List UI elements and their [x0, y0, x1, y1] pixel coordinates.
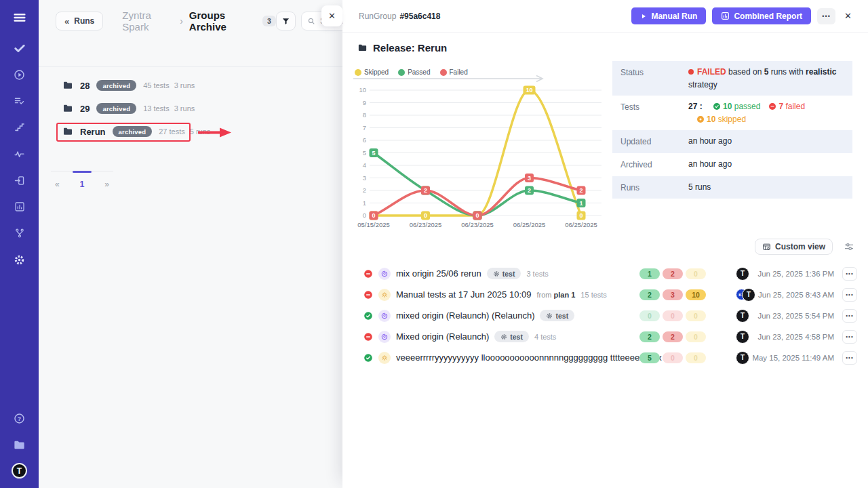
sidebar-item-projects[interactable] — [12, 436, 28, 453]
back-to-runs-button[interactable]: « Runs — [56, 12, 103, 30]
custom-view-button[interactable]: Custom view — [755, 239, 833, 255]
run-more-button[interactable]: ••• — [842, 351, 857, 365]
user-avatar[interactable]: T — [12, 463, 27, 479]
groups-panel-header: « Runs Zyntra Spark › Groups Archive 3 — [39, 0, 364, 67]
svg-text:2: 2 — [363, 186, 366, 194]
legend-item-failed[interactable]: Failed — [440, 68, 468, 76]
folder-icon — [62, 80, 73, 91]
sidebar-item-analytics[interactable] — [12, 199, 28, 215]
detail-more-button[interactable]: ••• — [817, 8, 835, 24]
pagination-next-button[interactable]: » — [104, 180, 109, 189]
failed-pill: 0 — [663, 352, 683, 363]
sidebar-item-runs[interactable] — [12, 66, 28, 83]
skipped-circle-icon — [696, 115, 705, 123]
failed-pill: 0 — [663, 310, 683, 321]
hamburger-icon — [12, 10, 27, 25]
gear-icon — [493, 270, 500, 277]
svg-text:5: 5 — [372, 150, 375, 157]
sidebar-item-activity[interactable] — [12, 146, 28, 162]
rerun-origin-icon — [378, 310, 391, 322]
git-branch-icon — [14, 228, 25, 239]
chart-legend: Skipped Passed Failed — [355, 68, 468, 76]
minus-circle-icon — [768, 102, 776, 110]
failed-status-icon — [363, 290, 373, 300]
detail-actions: Manual Run Combined Report ••• ✕ — [631, 7, 852, 24]
result-pills: 1 2 0 — [639, 268, 706, 279]
run-title: Manual tests at 17 Jun 2025 10:09 — [396, 289, 531, 300]
svg-text:0: 0 — [475, 212, 479, 219]
svg-text:3: 3 — [528, 175, 531, 182]
status-label: Status — [620, 66, 688, 91]
run-row[interactable]: mix origin 25/06 rerun test 3 tests 1 2 … — [359, 263, 857, 284]
sidebar-item-branches[interactable] — [12, 225, 28, 241]
svg-text:06/25/2025: 06/25/2025 — [513, 221, 546, 228]
svg-text:1: 1 — [579, 200, 583, 207]
run-timestamp: Jun 23, 2025 4:58 PM — [757, 333, 834, 341]
run-row[interactable]: Manual tests at 17 Jun 2025 10:09 from p… — [359, 284, 857, 305]
filter-button[interactable] — [276, 12, 296, 30]
run-row[interactable]: veeeerrrrryyyyyyyyyy llooooooooooonnnnng… — [359, 347, 857, 368]
panel-close-tab-button[interactable]: ✕ — [321, 5, 342, 26]
passed-status-icon — [363, 311, 373, 321]
gear-icon — [13, 253, 26, 266]
skipped-pill: 0 — [686, 352, 706, 363]
detail-close-button[interactable]: ✕ — [844, 11, 852, 21]
rungroup-type-label: RunGroup — [359, 12, 396, 21]
sidebar-item-help[interactable]: ? — [12, 410, 28, 426]
sidebar-item-import[interactable] — [12, 172, 28, 188]
skipped-pill: 0 — [686, 310, 706, 321]
sidebar-bottom-group: ? T — [12, 410, 28, 488]
trend-chart-svg: 01234567891005/15/202506/23/202506/23/20… — [349, 81, 607, 233]
svg-text:?: ? — [18, 415, 21, 422]
passed-pill: 1 — [639, 268, 660, 279]
svg-text:6: 6 — [363, 136, 366, 144]
avatar: T — [736, 309, 749, 323]
sidebar-item-steps[interactable] — [12, 119, 28, 136]
combined-report-button[interactable]: Combined Report — [712, 7, 811, 24]
run-more-button[interactable]: ••• — [842, 267, 857, 281]
avatar: T — [736, 330, 749, 344]
runs-label: Runs — [620, 181, 688, 195]
avatar-group: T — [736, 267, 749, 281]
run-more-button[interactable]: ••• — [842, 288, 857, 302]
manual-run-button[interactable]: Manual Run — [631, 7, 706, 24]
release-title: Release: Rerun — [342, 33, 868, 54]
failed-status-icon — [363, 332, 373, 342]
folder-icon — [62, 103, 73, 114]
svg-text:10: 10 — [526, 87, 532, 94]
svg-text:0: 0 — [363, 211, 366, 219]
failed-pill: 3 — [663, 289, 683, 300]
check-circle-icon — [713, 102, 721, 110]
failed-status-icon — [363, 269, 373, 279]
svg-text:7: 7 — [363, 124, 366, 131]
summary-row-status: Status FAILED based on 5 runs with reali… — [612, 61, 852, 96]
run-tests-count: 4 tests — [534, 333, 556, 341]
rungroup-detail-panel: RunGroup #95a6c418 Manual Run Combined R… — [342, 0, 868, 488]
view-settings-button[interactable] — [844, 241, 854, 252]
manual-origin-icon — [378, 289, 391, 301]
hamburger-menu-button[interactable] — [12, 10, 27, 25]
play-icon — [640, 13, 647, 20]
double-chevron-left-icon: « — [64, 16, 69, 26]
run-row[interactable]: Mixed origin (Relaunch) test 4 tests 2 2… — [359, 326, 857, 347]
avatar-group: T — [736, 330, 749, 344]
svg-text:05/15/2025: 05/15/2025 — [357, 221, 390, 228]
test-tag-badge: test — [487, 268, 521, 279]
breadcrumb-project[interactable]: Zyntra Spark — [122, 9, 174, 33]
trend-chart: Skipped Passed Failed 01234567891005/15/… — [349, 64, 610, 234]
svg-text:06/23/2025: 06/23/2025 — [410, 221, 442, 228]
passed-pill: 5 — [639, 352, 660, 363]
pagination-prev-button[interactable]: « — [55, 180, 60, 189]
sidebar-item-tests[interactable] — [12, 40, 28, 56]
run-tests-count: 3 tests — [526, 270, 548, 278]
pagination-page-1[interactable]: 1 — [80, 180, 85, 189]
legend-item-passed[interactable]: Passed — [398, 68, 430, 76]
breadcrumb: Zyntra Spark › Groups Archive 3 — [122, 12, 276, 30]
run-row[interactable]: mixed origin (Relaunch) (Relaunch) test … — [359, 305, 857, 326]
run-more-button[interactable]: ••• — [842, 330, 857, 344]
sidebar-item-suites[interactable] — [12, 93, 28, 109]
sidebar-item-settings[interactable] — [12, 251, 28, 268]
run-more-button[interactable]: ••• — [842, 309, 857, 323]
legend-item-skipped[interactable]: Skipped — [355, 68, 389, 76]
group-tests-count: 13 tests — [143, 104, 170, 113]
